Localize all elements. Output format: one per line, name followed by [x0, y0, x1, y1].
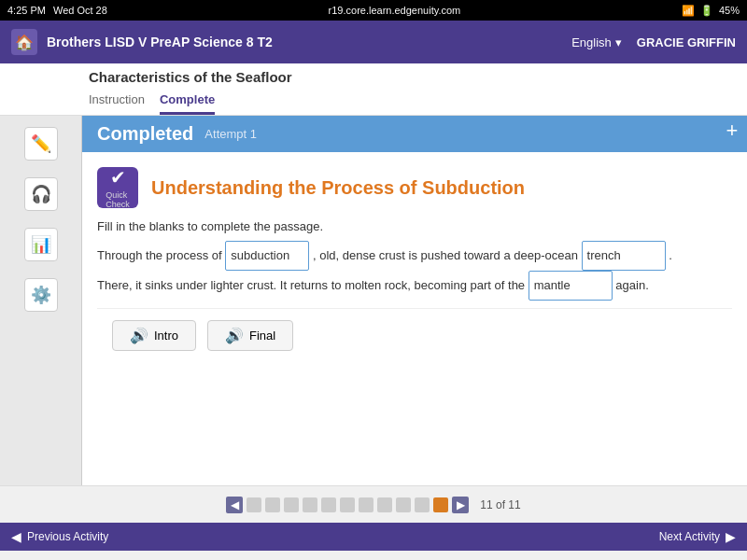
page-dot-9[interactable] [396, 497, 411, 512]
pagination-bar: ◀ ▶ 11 of 11 [0, 485, 747, 523]
completed-banner: Completed Attempt 1 [82, 116, 747, 152]
attempt-badge: Attempt 1 [204, 127, 257, 141]
status-day: Wed Oct 28 [53, 5, 107, 16]
sub-header: Characteristics of the Seafloor Instruct… [0, 63, 747, 116]
mantle-input[interactable]: mantle [529, 271, 613, 301]
sentence2-before: There, it sinks under lighter crust. It … [97, 278, 529, 292]
battery-icon: 🔋 [700, 5, 713, 17]
page-dot-5[interactable] [321, 497, 336, 512]
next-activity-label: Next Activity [659, 530, 720, 543]
qc-title: Understanding the Process of Subduction [151, 177, 525, 199]
intro-speaker-icon: 🔊 [130, 327, 148, 344]
subduction-input[interactable]: subduction [225, 241, 309, 271]
page-dot-8[interactable] [377, 497, 392, 512]
qc-icon: ✔ QuickCheck [97, 167, 138, 208]
next-arrow-icon: ▶ [726, 529, 736, 544]
qc-text: QuickCheck [106, 190, 130, 209]
passage-text: Through the process of subduction , old,… [97, 241, 732, 301]
intro-audio-button[interactable]: 🔊 Intro [112, 320, 196, 351]
page-dot-1[interactable] [247, 497, 261, 512]
sidebar-headphone-button[interactable]: 🎧 [24, 177, 58, 211]
content-area: Completed Attempt 1 ✔ QuickCheck Underst… [82, 116, 747, 485]
language-label: English [571, 35, 612, 49]
sentence1-mid: , old, dense crust is pushed toward a de… [313, 248, 582, 262]
home-icon: 🏠 [15, 34, 34, 51]
final-label: Final [249, 329, 275, 343]
sentence2-after: again. [615, 278, 648, 292]
top-nav: 🏠 Brothers LISD V PreAP Science 8 T2 Eng… [0, 21, 747, 63]
page-dot-3[interactable] [284, 497, 299, 512]
next-activity-button[interactable]: Next Activity ▶ [659, 529, 736, 544]
course-title: Brothers LISD V PreAP Science 8 T2 [47, 35, 273, 49]
status-url: r19.core.learn.edgenuity.com [329, 5, 461, 16]
calculator-icon: 📊 [31, 234, 51, 255]
status-time: 4:25 PM [7, 5, 46, 16]
page-dot-11[interactable] [433, 497, 448, 512]
page-dot-2[interactable] [265, 497, 280, 512]
quick-check-section: ✔ QuickCheck Understanding the Process o… [82, 152, 747, 377]
tab-bar: Instruction Complete [89, 89, 736, 115]
add-button[interactable]: + [717, 116, 747, 146]
sidebar-calculator-button[interactable]: 📊 [24, 228, 58, 261]
prev-activity-button[interactable]: ◀ Previous Activity [11, 529, 108, 544]
intro-label: Intro [154, 329, 178, 343]
checkmark-icon: ✔ [110, 166, 126, 189]
sentence1-end: . [669, 248, 672, 262]
language-selector[interactable]: English ▾ [571, 35, 622, 49]
sidebar: ✏️ 🎧 📊 ⚙️ [0, 116, 82, 485]
page-dot-10[interactable] [415, 497, 430, 512]
headphone-icon: 🎧 [31, 184, 51, 204]
home-button[interactable]: 🏠 [11, 29, 37, 55]
page-prev-button[interactable]: ◀ [226, 497, 243, 513]
sidebar-pencil-button[interactable]: ✏️ [24, 127, 58, 161]
completed-label: Completed [97, 123, 193, 145]
trench-input[interactable]: trench [582, 241, 666, 271]
page-next-button[interactable]: ▶ [452, 497, 469, 513]
prev-arrow-icon: ◀ [11, 529, 21, 544]
audio-buttons: 🔊 Intro 🔊 Final [97, 308, 732, 362]
settings-icon: ⚙️ [31, 285, 51, 305]
page-count: 11 of 11 [480, 498, 520, 511]
user-name: GRACIE GRIFFIN [637, 35, 736, 49]
final-audio-button[interactable]: 🔊 Final [207, 320, 293, 351]
sentence1-before: Through the process of [97, 248, 225, 262]
sidebar-settings-button[interactable]: ⚙️ [24, 278, 58, 312]
page-dot-7[interactable] [359, 497, 374, 512]
tab-complete[interactable]: Complete [160, 89, 215, 115]
battery-level: 45% [719, 5, 740, 16]
page-title: Characteristics of the Seafloor [89, 69, 736, 89]
pencil-icon: ✏️ [31, 133, 51, 154]
tab-instruction[interactable]: Instruction [89, 89, 145, 115]
fill-instruction: Fill in the blanks to complete the passa… [97, 219, 732, 233]
page-dot-6[interactable] [340, 497, 355, 512]
bottom-nav: ◀ Previous Activity Next Activity ▶ [0, 523, 747, 551]
chevron-down-icon: ▾ [615, 35, 622, 49]
qc-header: ✔ QuickCheck Understanding the Process o… [97, 167, 732, 208]
final-speaker-icon: 🔊 [225, 327, 244, 344]
wifi-icon: 📶 [682, 5, 695, 17]
prev-activity-label: Previous Activity [27, 530, 108, 543]
page-dot-4[interactable] [303, 497, 317, 512]
status-bar: 4:25 PM Wed Oct 28 r19.core.learn.edgenu… [0, 0, 747, 21]
